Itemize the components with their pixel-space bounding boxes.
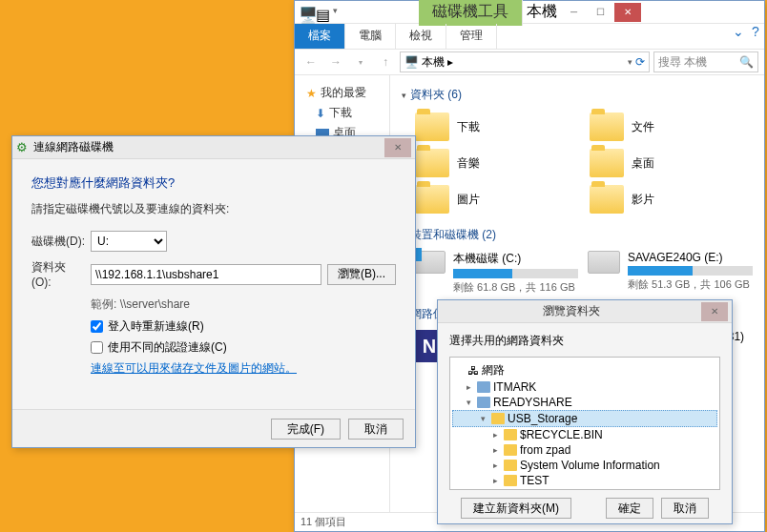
download-icon: ⬇ <box>316 107 325 120</box>
quick-access-toolbar: 🖥️ ▤ ▾ 磁碟機工具 本機 ─ ☐ ✕ <box>295 1 764 24</box>
maximize-button[interactable]: ☐ <box>588 3 614 22</box>
ribbon-expand-icon[interactable]: ⌄ <box>730 24 747 49</box>
diffcred-label: 使用不同的認證連線(C) <box>108 339 227 356</box>
nav-favorites[interactable]: ★我的最愛 <box>299 83 385 103</box>
tab-file[interactable]: 檔案 <box>295 24 345 49</box>
folder-desktop[interactable]: 桌面 <box>588 147 753 179</box>
nav-back-button[interactable]: ← <box>301 51 321 72</box>
folder-icon <box>504 429 517 440</box>
drive-label: SAVAGE240G (E:) <box>628 251 753 264</box>
browse-button[interactable]: 瀏覽(B)... <box>327 264 396 285</box>
chevron-right-icon[interactable]: ▸ <box>447 55 453 69</box>
help-icon[interactable]: ? <box>747 24 764 49</box>
computer-icon <box>477 381 490 393</box>
finish-button[interactable]: 完成(F) <box>271 419 341 440</box>
address-label: 本機 <box>422 54 445 71</box>
close-button[interactable]: ✕ <box>614 3 641 22</box>
tree-item[interactable]: ▸TEST <box>452 473 717 488</box>
minimize-button[interactable]: ─ <box>561 3 588 22</box>
map-drive-dialog: ⚙ 連線網路磁碟機 ✕ 您想對應什麼網路資料夾? 請指定磁碟機代號以及要連線的資… <box>11 135 416 448</box>
browse-title: 瀏覽資料夾 <box>442 303 701 319</box>
search-icon: 🔍 <box>739 55 754 69</box>
nav-up-button[interactable]: ↑ <box>375 51 396 72</box>
reconnect-checkbox[interactable] <box>91 320 103 333</box>
dialog-title: 連線網路磁碟機 <box>33 139 384 155</box>
folder-icon <box>590 185 624 214</box>
computer-icon: 🖥️ <box>404 55 419 69</box>
example-text: 範例: \\server\share <box>91 297 396 313</box>
contextual-tab-group: 磁碟機工具 <box>419 0 523 26</box>
network-icon: 🖧 <box>467 364 479 378</box>
computer-icon <box>477 397 490 408</box>
address-bar-row: ← → ▾ ↑ 🖥️ 本機 ▸ ▾ ⟳ 搜尋 本機 🔍 <box>295 49 764 75</box>
star-icon: ★ <box>306 87 317 100</box>
qat-properties-icon[interactable]: ▤ <box>316 6 329 19</box>
drive-icon <box>413 251 446 274</box>
folder-tree[interactable]: 🖧網路 ▸ITMARK ▾READYSHARE ▾USB_Storage ▸$R… <box>449 357 720 490</box>
tab-computer[interactable]: 電腦 <box>345 24 396 49</box>
connect-website-link[interactable]: 連線至可以用來儲存文件及圖片的網站。 <box>91 360 396 377</box>
drive-usage: 剩餘 51.3 GB，共 106 GB <box>628 277 753 292</box>
folder-videos[interactable]: 影片 <box>588 183 753 215</box>
refresh-icon[interactable]: ⟳ <box>635 55 645 69</box>
tab-view[interactable]: 檢視 <box>396 24 446 49</box>
search-input[interactable]: 搜尋 本機 🔍 <box>653 51 758 72</box>
window-title: 本機 <box>527 2 557 22</box>
tree-network[interactable]: 🖧網路 <box>452 361 717 379</box>
folder-icon <box>415 149 449 177</box>
tree-item[interactable]: ▸$RECYCLE.BIN <box>452 427 717 442</box>
diffcred-checkbox-row[interactable]: 使用不同的認證連線(C) <box>91 339 396 356</box>
browse-instruction: 選擇共用的網路資料夾 <box>449 333 720 349</box>
drive-label: 本機磁碟 (C:) <box>453 251 578 267</box>
drive-letter-select[interactable]: U: <box>91 231 167 252</box>
dialog-close-button[interactable]: ✕ <box>384 138 411 157</box>
diffcred-checkbox[interactable] <box>91 341 103 354</box>
folder-icon <box>590 113 624 141</box>
folder-icon <box>504 444 517 456</box>
browse-close-button[interactable]: ✕ <box>701 302 728 321</box>
nav-history-dropdown[interactable]: ▾ <box>350 51 371 72</box>
tree-item[interactable]: ▸from zpad <box>452 442 717 458</box>
folder-path-input[interactable] <box>91 264 321 285</box>
ok-button[interactable]: 確定 <box>606 498 653 519</box>
drive-usage: 剩餘 61.8 GB，共 116 GB <box>453 280 578 295</box>
address-bar[interactable]: 🖥️ 本機 ▸ ▾ ⟳ <box>400 51 650 72</box>
folder-documents[interactable]: 文件 <box>588 111 753 143</box>
new-folder-button[interactable]: 建立新資料夾(M) <box>461 498 571 519</box>
drive-e[interactable]: SAVAGE240G (E:) 剩餘 51.3 GB，共 106 GB <box>588 251 753 295</box>
folder-pictures[interactable]: 圖片 <box>413 183 578 215</box>
tree-item[interactable]: ▸System Volume Information <box>452 458 717 473</box>
drive-letter-label: 磁碟機(D): <box>31 234 85 250</box>
tree-readyshare[interactable]: ▾READYSHARE <box>452 395 717 410</box>
qat-dropdown-icon[interactable]: ▾ <box>333 6 346 19</box>
drive-c[interactable]: 本機磁碟 (C:) 剩餘 61.8 GB，共 116 GB <box>413 251 578 295</box>
browse-folder-dialog: 瀏覽資料夾 ✕ 選擇共用的網路資料夾 🖧網路 ▸ITMARK ▾READYSHA… <box>437 299 733 524</box>
nav-downloads[interactable]: ⬇下載 <box>299 103 385 123</box>
folder-music[interactable]: 音樂 <box>413 147 578 179</box>
folder-icon <box>590 149 624 177</box>
folder-icon <box>415 185 449 214</box>
tab-manage[interactable]: 管理 <box>446 24 497 49</box>
dialog-instruction: 請指定磁碟機代號以及要連線的資料夾: <box>31 201 396 217</box>
folder-icon <box>504 475 517 486</box>
reconnect-checkbox-row[interactable]: 登入時重新連線(R) <box>91 318 396 335</box>
browse-cancel-button[interactable]: 取消 <box>661 498 709 519</box>
drive-icon <box>588 251 620 274</box>
folder-icon <box>491 413 505 424</box>
nav-forward-button[interactable]: → <box>325 51 346 72</box>
cancel-button[interactable]: 取消 <box>348 419 404 440</box>
ribbon-tabs: 檔案 電腦 檢視 管理 ⌄ ? <box>295 24 764 49</box>
group-drives-header[interactable]: 裝置和磁碟機 (2) <box>402 223 753 247</box>
folder-icon <box>415 113 449 141</box>
folder-path-label: 資料夾(O): <box>31 259 85 289</box>
address-dropdown-icon[interactable]: ▾ <box>628 57 632 67</box>
search-placeholder: 搜尋 本機 <box>658 54 707 71</box>
tree-usb-storage[interactable]: ▾USB_Storage <box>452 410 717 427</box>
map-drive-icon: ⚙ <box>16 140 28 154</box>
folder-icon <box>504 460 517 471</box>
tree-itmark[interactable]: ▸ITMARK <box>452 379 717 395</box>
dialog-heading: 您想對應什麼網路資料夾? <box>31 174 396 192</box>
folder-downloads[interactable]: 下載 <box>413 111 578 143</box>
app-icon: 🖥️ <box>299 6 312 19</box>
group-folders-header[interactable]: 資料夾 (6) <box>402 83 753 107</box>
